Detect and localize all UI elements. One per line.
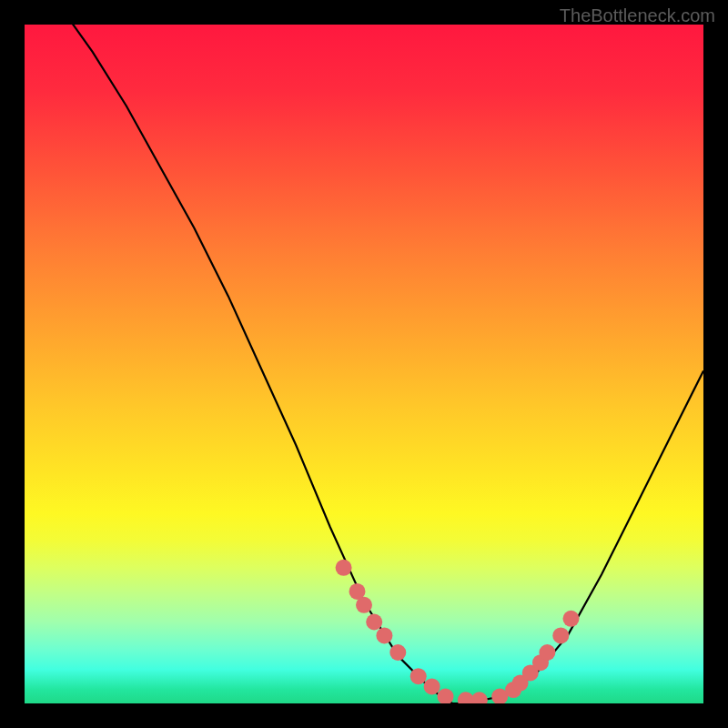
- watermark-text: TheBottleneck.com: [560, 5, 715, 26]
- marker-point: [356, 597, 372, 613]
- marker-point: [366, 614, 382, 631]
- chart-container: TheBottleneck.com: [0, 0, 728, 728]
- marker-point: [438, 689, 454, 704]
- marker-point: [563, 611, 580, 627]
- plot-area: [25, 25, 703, 703]
- marker-point: [539, 644, 555, 661]
- marker-point: [410, 668, 427, 684]
- marker-point: [336, 560, 352, 576]
- marker-point: [376, 627, 392, 643]
- marker-point: [424, 678, 440, 694]
- curve-svg: [25, 25, 703, 703]
- marker-point: [389, 644, 406, 661]
- marker-group: [336, 560, 580, 703]
- marker-point: [552, 627, 569, 643]
- marker-point: [471, 692, 488, 703]
